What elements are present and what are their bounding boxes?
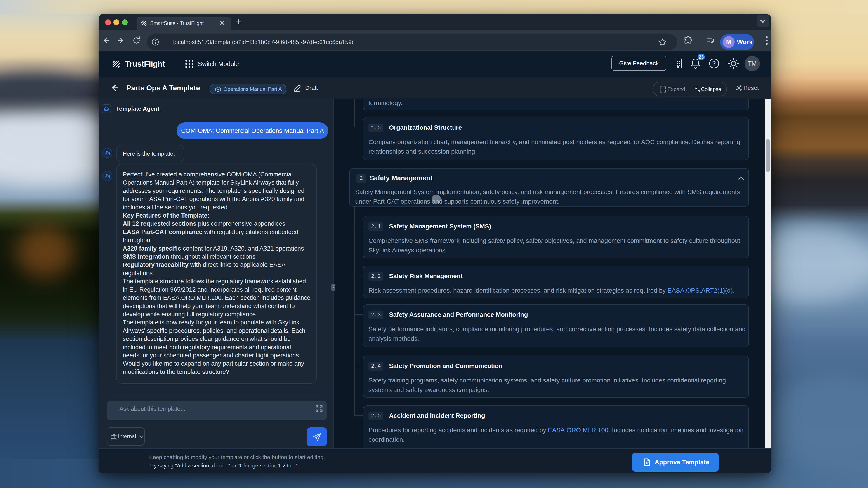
svg-text:?: ?	[712, 60, 716, 67]
